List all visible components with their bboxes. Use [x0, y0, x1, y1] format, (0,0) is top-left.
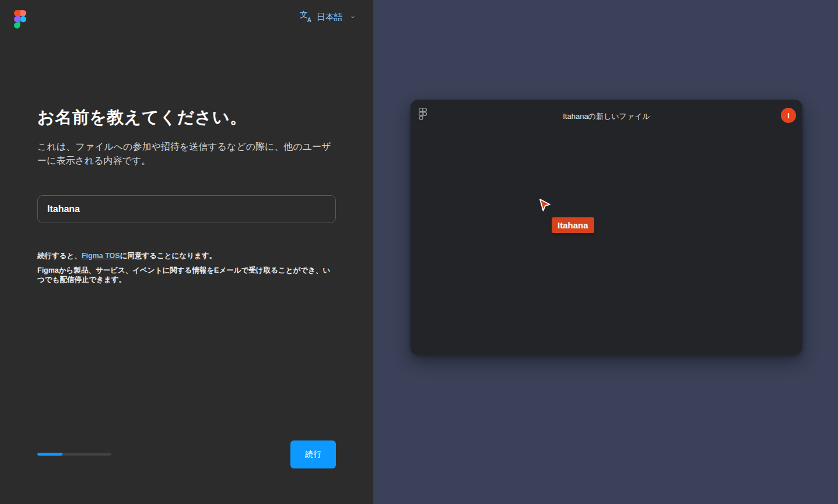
cursor-name-label: Itahana	[552, 217, 594, 233]
file-preview-card: Itahanaの新しいファイル I Itahana	[411, 100, 802, 355]
translate-icon-secondary: A	[307, 17, 311, 23]
terms-text: 続行すると、Figma TOSに同意することになります。	[37, 252, 336, 260]
figma-logo-icon	[14, 10, 26, 29]
progress-fill	[37, 453, 62, 456]
onboarding-panel: 文 A 日本語 ⌄ お名前を教えてください。 これは、ファイルへの参加や招待を送…	[0, 0, 373, 504]
multiplayer-cursor-icon	[538, 198, 553, 214]
file-title: Itahanaの新しいファイル	[411, 111, 802, 122]
user-avatar[interactable]: I	[781, 108, 796, 123]
terms-suffix: に同意することになります。	[120, 252, 216, 260]
language-selector[interactable]: 文 A 日本語 ⌄	[300, 10, 356, 23]
figma-onboarding-screen: 文 A 日本語 ⌄ お名前を教えてください。 これは、ファイルへの参加や招待を送…	[0, 0, 838, 504]
language-label: 日本語	[317, 12, 343, 23]
email-optout-note: Figmaから製品、サービス、イベントに関する情報をEメールで受け取ることができ…	[37, 266, 334, 284]
chevron-down-icon: ⌄	[350, 12, 356, 19]
terms-prefix: 続行すると、	[37, 252, 82, 260]
file-card-header: Itahanaの新しいファイル I	[411, 100, 802, 132]
name-input[interactable]	[37, 195, 336, 223]
onboarding-progress-bar	[37, 453, 111, 456]
page-description: これは、ファイルへの参加や招待を送信するなどの際に、他のユーザーに表示される内容…	[37, 140, 337, 168]
preview-area: Itahanaの新しいファイル I Itahana	[373, 0, 838, 504]
continue-button[interactable]: 続行	[290, 440, 336, 468]
translate-icon: 文 A	[300, 10, 311, 23]
page-title: お名前を教えてください。	[37, 107, 341, 128]
figma-tos-link[interactable]: Figma TOS	[82, 252, 120, 260]
